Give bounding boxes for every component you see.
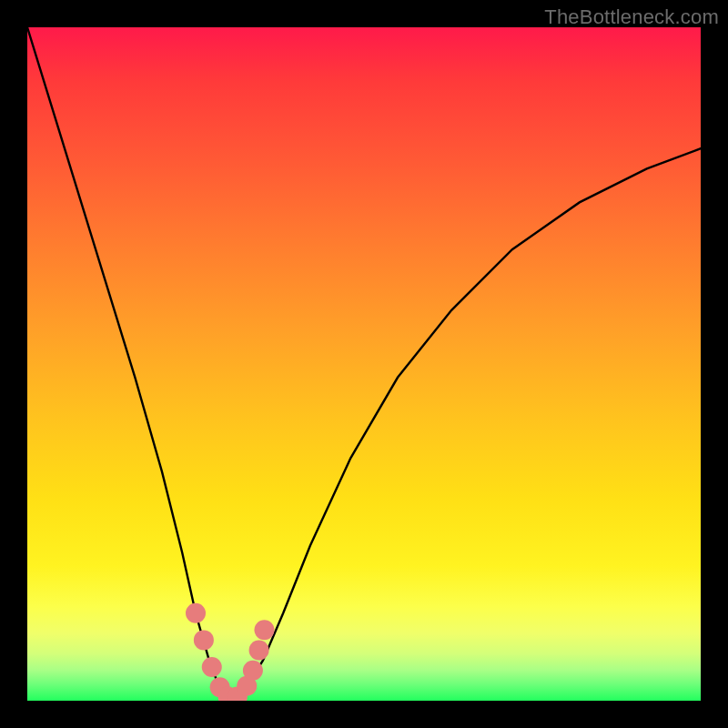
right-marker-4 <box>254 620 274 640</box>
left-marker-1 <box>186 603 206 623</box>
bottleneck-curve <box>27 27 701 697</box>
right-marker-2 <box>243 661 263 681</box>
watermark-text: TheBottleneck.com <box>544 5 719 29</box>
marker-group <box>186 603 274 701</box>
left-marker-2 <box>194 630 214 650</box>
chart-svg <box>27 27 701 701</box>
plot-area <box>27 27 701 701</box>
chart-stage: TheBottleneck.com <box>0 0 728 728</box>
right-marker-3 <box>249 641 269 661</box>
left-marker-3 <box>202 657 222 677</box>
